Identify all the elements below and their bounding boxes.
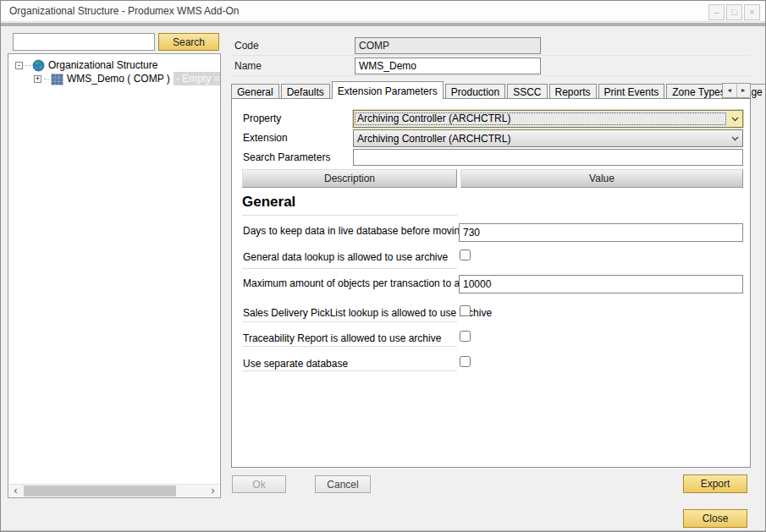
param-row-label: Maximum amount of objects per transactio…: [243, 277, 487, 289]
scroll-right-icon[interactable]: ›: [207, 485, 219, 497]
code-label: Code: [234, 40, 259, 52]
param-row-label: Use separate database: [243, 358, 348, 370]
name-label: Name: [234, 60, 262, 72]
tree-connector: [44, 79, 49, 80]
titlebar-separator: [1, 23, 765, 26]
search-parameters-label: Search Parameters: [243, 151, 330, 163]
close-icon[interactable]: ×: [744, 4, 760, 20]
tab-general[interactable]: General: [231, 84, 279, 99]
organizational-structure-tree: - Organizational Structure + WMS_Demo ( …: [8, 53, 221, 498]
row-divider: [242, 321, 457, 322]
extension-parameters-panel: Property Archiving Controller (ARCHCTRL)…: [231, 98, 751, 468]
tree-item-root[interactable]: - Organizational Structure: [15, 58, 157, 72]
app-window: Organizational Structure - Produmex WMS …: [0, 0, 766, 532]
row-divider: [242, 268, 457, 269]
use-separate-database-checkbox[interactable]: [460, 356, 471, 367]
search-button[interactable]: Search: [158, 33, 219, 51]
extension-select[interactable]: Archiving Controller (ARCHCTRL): [353, 129, 743, 147]
tab-sscc[interactable]: SSCC: [507, 84, 547, 99]
property-select[interactable]: Archiving Controller (ARCHCTRL): [353, 110, 743, 128]
tab-print-events[interactable]: Print Events: [598, 84, 665, 99]
row-divider: [231, 75, 751, 76]
tree-search-input[interactable]: [13, 33, 155, 51]
tab-strip: General Defaults Extension Parameters Pr…: [231, 81, 751, 99]
tab-production[interactable]: Production: [445, 84, 505, 99]
globe-icon: [32, 59, 45, 72]
sales-delivery-picklist-checkbox[interactable]: [460, 305, 471, 316]
tab-reports[interactable]: Reports: [549, 84, 597, 99]
extension-label: Extension: [243, 132, 288, 144]
row-divider: [242, 370, 457, 371]
scroll-left-icon[interactable]: ‹: [9, 485, 22, 497]
tree-connector: [25, 65, 30, 66]
export-button[interactable]: Export: [683, 474, 747, 493]
tab-extension-parameters[interactable]: Extension Parameters: [332, 81, 444, 99]
code-field: [355, 37, 541, 54]
tree-item-wms-demo[interactable]: + WMS_Demo ( COMP ) - Empty = 55/5: [34, 72, 221, 85]
scrollbar-thumb[interactable]: [24, 485, 176, 496]
general-data-lookup-checkbox[interactable]: [460, 250, 471, 261]
param-row-label: Sales Delivery PickList lookup is allowe…: [243, 307, 492, 319]
cancel-button[interactable]: Cancel: [315, 475, 371, 493]
tree-item-label: WMS_Demo ( COMP ): [67, 73, 170, 85]
search-parameters-input[interactable]: [353, 149, 743, 166]
tab-defaults[interactable]: Defaults: [281, 84, 330, 99]
tree-horizontal-scrollbar[interactable]: ‹ ›: [9, 484, 219, 496]
row-divider: [242, 346, 457, 347]
section-heading: General: [242, 194, 295, 211]
value-column-header[interactable]: Value: [460, 169, 743, 188]
chevron-down-icon[interactable]: [727, 111, 742, 127]
tab-scroll-right-icon[interactable]: ►: [737, 84, 751, 97]
tab-scroll-buttons: ◄ ►: [722, 83, 751, 98]
param-row-label: Traceability Report is allowed to use ar…: [243, 332, 441, 344]
title-bar: Organizational Structure - Produmex WMS …: [1, 1, 765, 22]
description-column-header[interactable]: Description: [242, 169, 457, 188]
extension-selected-value: Archiving Controller (ARCHCTRL): [354, 133, 727, 145]
ok-button[interactable]: Ok: [232, 475, 286, 493]
window-title: Organizational Structure - Produmex WMS …: [9, 5, 239, 17]
property-label: Property: [243, 112, 281, 124]
name-field[interactable]: [355, 58, 541, 74]
database-icon: [51, 73, 63, 85]
expand-icon[interactable]: +: [34, 75, 41, 83]
days-to-keep-input[interactable]: [459, 223, 743, 242]
row-divider: [231, 55, 751, 56]
property-selected-value: Archiving Controller (ARCHCTRL): [354, 112, 727, 126]
close-button[interactable]: Close: [683, 509, 747, 528]
traceability-report-checkbox[interactable]: [460, 331, 471, 342]
max-objects-input[interactable]: [459, 275, 743, 293]
param-row-label: General data lookup is allowed to use ar…: [243, 251, 448, 263]
tree-item-status-badge: - Empty = 55/5: [174, 72, 221, 85]
tab-scroll-left-icon[interactable]: ◄: [723, 84, 737, 97]
tree-item-label: Organizational Structure: [48, 59, 157, 71]
collapse-icon[interactable]: -: [15, 62, 23, 69]
maximize-icon[interactable]: □: [726, 4, 742, 20]
section-divider: [242, 215, 457, 216]
minimize-icon[interactable]: –: [708, 4, 725, 20]
chevron-down-icon[interactable]: [727, 130, 742, 146]
